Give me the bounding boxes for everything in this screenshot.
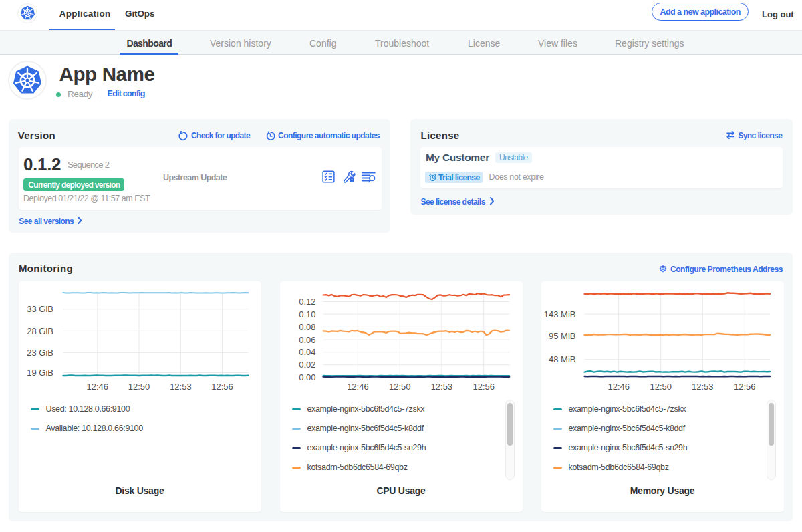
svg-text:33 GiB: 33 GiB: [27, 304, 53, 314]
svg-text:12:56: 12:56: [211, 382, 233, 392]
svg-text:0.04: 0.04: [299, 347, 315, 357]
svg-text:0.10: 0.10: [299, 309, 315, 319]
svg-text:28 GiB: 28 GiB: [27, 325, 53, 336]
svg-text:95 MiB: 95 MiB: [549, 331, 575, 341]
svg-text:12:56: 12:56: [473, 382, 495, 392]
svg-text:12:53: 12:53: [692, 382, 714, 392]
svg-text:12:53: 12:53: [430, 382, 452, 392]
svg-text:0.12: 0.12: [299, 297, 315, 307]
svg-text:0.00: 0.00: [299, 372, 315, 382]
svg-text:143 MiB: 143 MiB: [543, 309, 575, 319]
svg-text:12:46: 12:46: [347, 382, 369, 392]
svg-text:0.06: 0.06: [299, 334, 315, 344]
svg-text:12:50: 12:50: [128, 382, 150, 392]
svg-text:12:46: 12:46: [86, 382, 108, 392]
svg-text:12:46: 12:46: [608, 382, 630, 392]
svg-text:12:50: 12:50: [650, 382, 672, 392]
svg-text:12:53: 12:53: [170, 382, 192, 392]
svg-text:0.08: 0.08: [299, 321, 315, 331]
svg-text:0.02: 0.02: [299, 360, 315, 370]
svg-text:19 GiB: 19 GiB: [27, 368, 53, 378]
svg-text:23 GiB: 23 GiB: [27, 347, 53, 357]
svg-text:12:56: 12:56: [733, 382, 755, 392]
svg-text:48 MiB: 48 MiB: [549, 354, 575, 364]
svg-text:12:50: 12:50: [389, 382, 411, 392]
